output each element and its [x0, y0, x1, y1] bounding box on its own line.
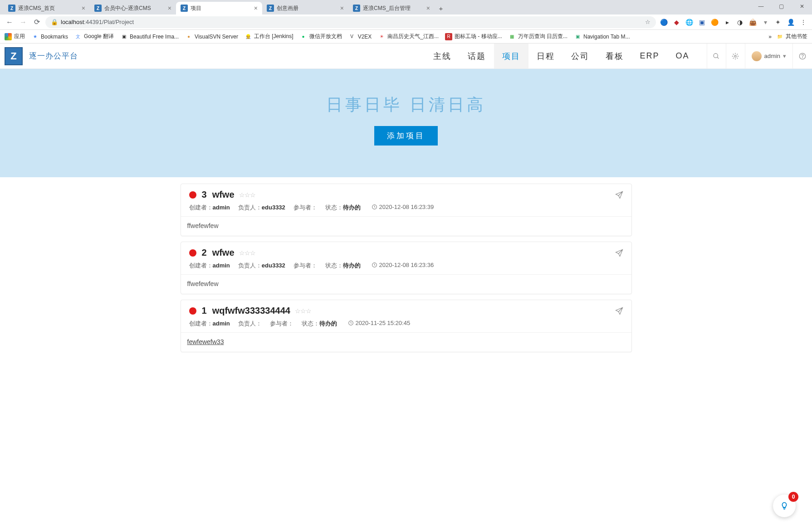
send-icon[interactable]	[615, 249, 623, 257]
favicon-icon: Z	[353, 5, 360, 12]
favicon-icon: Z	[267, 5, 274, 12]
clock-icon: 2020-12-08 16:23:36	[372, 262, 434, 270]
project-body: ffwefewfew	[181, 274, 631, 294]
star-rating[interactable]: ☆☆☆	[239, 191, 255, 199]
help-button[interactable]	[793, 44, 812, 68]
close-icon[interactable]: ×	[82, 5, 85, 12]
close-icon[interactable]: ×	[168, 5, 171, 12]
ext-icon-5[interactable]: 🟠	[710, 18, 719, 26]
browser-tab[interactable]: Z 创意画册 ×	[262, 2, 348, 15]
user-menu[interactable]: admin ▾	[745, 44, 793, 68]
nav-back[interactable]: ←	[5, 17, 15, 27]
translate-icon: 文	[74, 33, 82, 40]
project-card[interactable]: 2 wfwe ☆☆☆ 创建者：admin 负责人：edu3332 参与者： 状态…	[181, 242, 632, 294]
bookmark-icon-factory[interactable]: R图标工场 - 移动应...	[445, 33, 502, 40]
new-tab-button[interactable]: +	[435, 2, 447, 15]
add-project-button[interactable]: 添加项目	[374, 126, 438, 146]
ext-icon-2[interactable]: ◆	[672, 18, 680, 26]
status-dot	[189, 191, 196, 199]
project-card[interactable]: 1 wqfwfw333334444 ☆☆☆ 创建者：admin 负责人： 参与者…	[181, 300, 632, 352]
bookmark-calendar[interactable]: ▦万年历查询 日历查...	[509, 33, 567, 40]
url-field[interactable]: 🔒 localhost:44391/Plat/Project ☆	[45, 16, 656, 28]
hero-banner: 日事日毕 日清日高 添加项目	[0, 69, 812, 177]
browser-tab[interactable]: Z 逐浪CMS_首页 ×	[4, 2, 90, 15]
settings-button[interactable]	[726, 44, 745, 68]
gear-icon	[732, 53, 739, 60]
window-minimize[interactable]: —	[751, 0, 771, 13]
project-meta: 创建者：admin 负责人： 参与者： 状态：待办的 2020-11-25 15…	[181, 319, 631, 332]
nav-item-项目[interactable]: 项目	[494, 44, 528, 68]
ext-icon-7[interactable]: ◑	[736, 18, 744, 26]
bookmark-weather[interactable]: ☀南昌历史天气_江西...	[378, 33, 439, 40]
browser-menu-icon[interactable]: ⋮	[799, 18, 807, 26]
svg-point-4	[802, 58, 803, 58]
ext-icon-8[interactable]: 👜	[748, 18, 757, 26]
project-title[interactable]: wfwe	[212, 189, 235, 200]
window-maximize[interactable]: ▢	[771, 0, 792, 13]
close-icon[interactable]: ×	[254, 5, 258, 12]
close-icon[interactable]: ×	[340, 5, 344, 12]
svg-point-2	[734, 55, 736, 57]
avatar	[752, 51, 762, 61]
clock-icon: 2020-12-08 16:23:39	[372, 204, 434, 212]
nav-reload[interactable]: ⟳	[32, 17, 42, 27]
apps-button[interactable]: 应用	[5, 33, 25, 40]
camera-icon: ▣	[120, 33, 127, 40]
bookmark-jenkins[interactable]: 👷工作台 [Jenkins]	[245, 33, 293, 40]
browser-tab[interactable]: Z 会员中心-逐浪CMS ×	[90, 2, 176, 15]
bookmarks-overflow[interactable]: »	[768, 34, 772, 40]
nav-item-ERP[interactable]: ERP	[632, 44, 668, 68]
navtab-icon: ▣	[574, 33, 581, 40]
profile-avatar-icon[interactable]: 👤	[787, 18, 795, 26]
ext-icon-3[interactable]: 🌐	[685, 18, 693, 26]
search-button[interactable]	[707, 44, 726, 68]
bookmark-star-icon[interactable]: ☆	[645, 19, 651, 25]
extensions-icon[interactable]: ✦	[774, 18, 782, 26]
browser-tab-bar: Z 逐浪CMS_首页 ×Z 会员中心-逐浪CMS ×Z 项目 ×Z 创意画册 ×…	[0, 0, 812, 15]
clock-icon: 2020-11-25 15:20:45	[348, 320, 410, 328]
send-icon[interactable]	[615, 191, 623, 199]
bookmark-google-translate[interactable]: 文Google 翻译	[74, 33, 114, 40]
svg-line-1	[717, 57, 719, 58]
ext-icon-4[interactable]: ▣	[698, 18, 706, 26]
bookmark-bookmarks[interactable]: ★Bookmarks	[31, 33, 68, 40]
window-close[interactable]: ✕	[792, 0, 812, 13]
bookmark-navtab[interactable]: ▣Navigation Tab M...	[574, 33, 630, 40]
browser-tab[interactable]: Z 项目 ×	[176, 2, 262, 15]
nav-item-看板[interactable]: 看板	[597, 44, 632, 68]
bookmark-v2ex[interactable]: VV2EX	[348, 33, 372, 40]
status-dot	[189, 249, 196, 257]
bookmark-visualsvn[interactable]: ●VisualSVN Server	[185, 33, 238, 40]
project-title[interactable]: wqfwfw333334444	[212, 306, 290, 316]
star-rating[interactable]: ☆☆☆	[295, 307, 311, 315]
project-card[interactable]: 3 wfwe ☆☆☆ 创建者：admin 负责人：edu3332 参与者： 状态…	[181, 184, 632, 236]
bookmark-wechat[interactable]: ●微信开放文档	[300, 33, 342, 40]
ext-icon-1[interactable]: 🔵	[660, 18, 668, 26]
bookmark-unsplash[interactable]: ▣Beautiful Free Ima...	[120, 33, 179, 40]
wechat-icon: ●	[300, 33, 307, 40]
browser-tab[interactable]: Z 逐浪CMS_后台管理 ×	[348, 2, 435, 15]
close-icon[interactable]: ×	[426, 5, 430, 12]
other-bookmarks[interactable]: 📁其他书签	[776, 33, 807, 40]
app-header: Z 逐一办公平台 主线话题项目日程公司看板ERPOA admin ▾	[0, 44, 812, 69]
nav-item-话题[interactable]: 话题	[460, 44, 494, 68]
nav-item-公司[interactable]: 公司	[563, 44, 597, 68]
nav-item-日程[interactable]: 日程	[528, 44, 563, 68]
tab-label: 逐浪CMS_后台管理	[363, 5, 424, 12]
project-title[interactable]: wfwe	[212, 248, 235, 258]
favicon-icon: Z	[94, 5, 102, 12]
nav-item-主线[interactable]: 主线	[425, 44, 460, 68]
send-icon[interactable]	[615, 307, 623, 315]
apps-label: 应用	[14, 33, 25, 40]
nav-forward[interactable]: →	[18, 17, 28, 27]
hero-title: 日事日毕 日清日高	[0, 94, 812, 116]
app-brand[interactable]: 逐一办公平台	[29, 51, 78, 61]
nav-item-OA[interactable]: OA	[668, 44, 698, 68]
svg-point-0	[714, 53, 718, 58]
project-body[interactable]: fewfewefw33	[181, 332, 631, 352]
star-rating[interactable]: ☆☆☆	[239, 249, 255, 257]
app-logo[interactable]: Z	[5, 47, 23, 65]
ext-icon-9[interactable]: ▾	[761, 18, 769, 26]
svn-icon: ●	[185, 33, 192, 40]
ext-icon-6[interactable]: ▸	[723, 18, 731, 26]
